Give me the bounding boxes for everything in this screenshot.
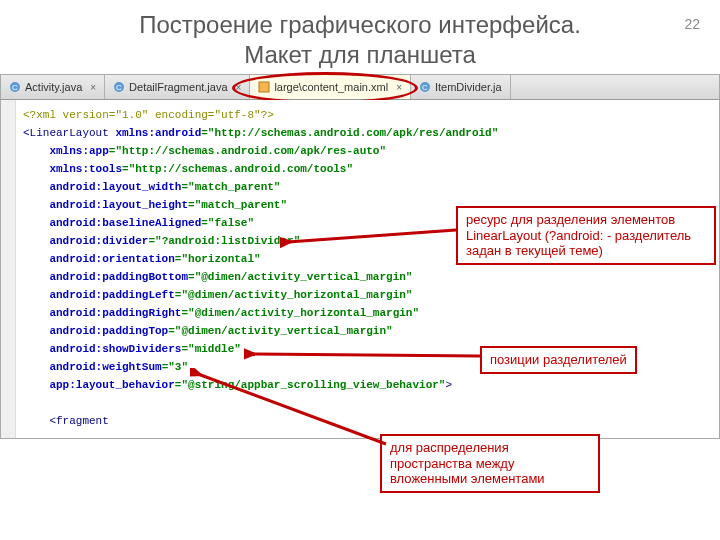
xml-layout-icon [258,81,270,93]
attr: xmlns:android [115,127,201,139]
callout-weight-sum: для распределения пространства между вло… [380,434,600,493]
tab-itemdivider[interactable]: C ItemDivider.ja [411,75,511,99]
val: ="@string/appbar_scrolling_view_behavior… [175,379,446,391]
attr: android:orientation [49,253,174,265]
code-editor: <?xml version="1.0" encoding="utf-8"?> <… [0,100,720,439]
attr: android:paddingBottom [49,271,188,283]
val: ="horizontal" [175,253,261,265]
code-line: <?xml version="1.0" encoding="utf-8"?> [23,109,274,121]
attr: android:showDividers [49,343,181,355]
attr: android:baselineAligned [49,217,201,229]
close-icon[interactable]: × [90,82,96,93]
java-class-icon: C [113,81,125,93]
attr: android:layout_height [49,199,188,211]
val: ="http://schemas.android.com/apk/res-aut… [109,145,386,157]
svg-text:C: C [12,83,18,92]
tab-activity[interactable]: C Activity.java × [1,75,105,99]
tab-label: DetailFragment.java [129,81,227,93]
title-line-1: Построение графического интерфейса. [139,11,581,38]
tab-label: large\content_main.xml [274,81,388,93]
val: ="@dimen/activity_vertical_margin" [168,325,392,337]
callout-show-dividers: позиции разделителей [480,346,637,374]
val: ="http://schemas.android.com/apk/res/and… [201,127,498,139]
close-icon[interactable]: × [236,82,242,93]
slide-title: Построение графического интерфейса. Маке… [40,10,680,70]
val: ="http://schemas.android.com/tools" [122,163,353,175]
java-class-icon: C [9,81,21,93]
attr: android:weightSum [49,361,161,373]
val: ="@dimen/activity_horizontal_margin" [181,307,419,319]
page-number: 22 [684,16,700,32]
attr: android:paddingRight [49,307,181,319]
callout-divider-resource: ресурс для разделения элементов LinearLa… [456,206,716,265]
code-line: <LinearLayout [23,127,115,139]
code-line: <fragment [49,415,108,427]
attr: xmlns:tools [49,163,122,175]
attr: app:layout_behavior [49,379,174,391]
val: ="3" [162,361,188,373]
java-class-icon: C [419,81,431,93]
editor-gutter [1,100,16,438]
tab-label: ItemDivider.ja [435,81,502,93]
val: ="false" [201,217,254,229]
attr: android:paddingTop [49,325,168,337]
svg-text:C: C [422,83,428,92]
val: ="@dimen/activity_horizontal_margin" [175,289,413,301]
xml-source: <?xml version="1.0" encoding="utf-8"?> <… [1,106,719,430]
tab-label: Activity.java [25,81,82,93]
tag-close: > [445,379,452,391]
attr: xmlns:app [49,145,108,157]
attr: android:divider [49,235,148,247]
svg-rect-4 [259,82,269,92]
val: ="@dimen/activity_vertical_margin" [188,271,412,283]
val: ="match_parent" [188,199,287,211]
val: ="?android:listDivider" [148,235,300,247]
editor-tab-bar: C Activity.java × C DetailFragment.java … [0,74,720,100]
close-icon[interactable]: × [396,82,402,93]
tab-content-main-xml[interactable]: large\content_main.xml × [250,75,411,99]
val: ="middle" [181,343,240,355]
tab-detailfragment[interactable]: C DetailFragment.java × [105,75,250,99]
svg-text:C: C [116,83,122,92]
attr: android:layout_width [49,181,181,193]
val: ="match_parent" [181,181,280,193]
attr: android:paddingLeft [49,289,174,301]
title-line-2: Макет для планшета [244,41,476,68]
